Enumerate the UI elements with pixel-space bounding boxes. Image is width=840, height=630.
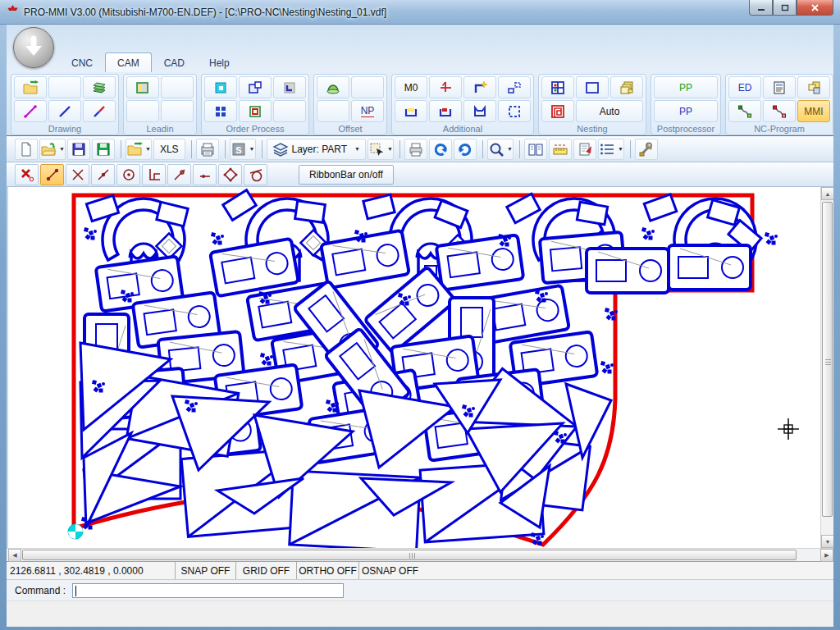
toolbar-separator xyxy=(399,140,400,158)
tab-cnc[interactable]: CNC xyxy=(59,52,105,72)
ribbon-button-nc-editor[interactable]: ED xyxy=(728,76,761,98)
scroll-left-arrow[interactable]: ◀ xyxy=(8,549,21,562)
toolbar-button-snap-tangent[interactable] xyxy=(244,164,267,185)
toolbar-button-tools[interactable] xyxy=(635,139,658,160)
ribbon-button-nest-sheets[interactable] xyxy=(610,76,643,98)
toolbar-button-save[interactable] xyxy=(67,139,90,160)
tab-cam[interactable]: CAM xyxy=(105,52,152,72)
scroll-right-arrow[interactable]: ▶ xyxy=(820,549,833,562)
toolbar-button-new[interactable] xyxy=(15,139,38,160)
toolbar-button-selection-filter[interactable]: ▼ xyxy=(368,139,394,160)
drawing-canvas[interactable] xyxy=(8,187,820,548)
ribbon-button-nest-result[interactable] xyxy=(541,100,574,122)
ribbon-button-order-part[interactable] xyxy=(273,76,306,98)
toolbar-button-snap-midpoint[interactable] xyxy=(91,164,115,185)
ribbon-button-sheets[interactable] xyxy=(83,76,116,98)
ribbon-button-pocket-yellow[interactable] xyxy=(395,100,427,122)
toolbar-button-snap-node[interactable] xyxy=(193,164,217,185)
toolbar-button-snap-quadrant[interactable] xyxy=(218,164,242,185)
ribbon-button-pocket-red[interactable] xyxy=(429,100,462,122)
ribbon-button-mmi[interactable]: MMI xyxy=(797,100,830,122)
maximize-button[interactable] xyxy=(773,0,797,16)
toolbar-button-snap-perpendicular[interactable] xyxy=(142,164,166,185)
vertical-scroll-thumb[interactable] xyxy=(822,202,833,517)
ribbon-button-m0-stop[interactable]: M0 xyxy=(395,76,427,98)
toolbar-button-measure[interactable] xyxy=(549,139,572,160)
ribbon-button-line-magenta[interactable] xyxy=(14,100,47,122)
horizontal-scrollbar[interactable]: ◀ ▶ xyxy=(7,548,833,561)
toolbar-button-save-as[interactable] xyxy=(92,139,115,160)
layers-icon xyxy=(272,141,289,158)
toolbar-button-snap-endpoint[interactable] xyxy=(40,164,64,185)
dropdown-arrow-icon[interactable]: ▼ xyxy=(145,146,151,152)
minimize-button[interactable] xyxy=(749,0,773,16)
toolbar-button-snap-none[interactable] xyxy=(15,164,39,185)
ribbon-button-axis[interactable] xyxy=(429,76,462,98)
tab-help[interactable]: Help xyxy=(197,52,242,72)
close-button[interactable] xyxy=(797,0,833,16)
ribbon-button-line-redblue[interactable] xyxy=(83,100,116,122)
ribbon-button-offset-contour[interactable] xyxy=(317,76,349,98)
ribbon-button-np[interactable]: NP xyxy=(351,100,384,122)
columns-icon xyxy=(527,141,544,158)
command-input[interactable] xyxy=(72,583,344,598)
toolbar-button-open[interactable]: ▼ xyxy=(39,139,66,160)
toolbar-button-redo[interactable] xyxy=(454,139,477,160)
toolbar-button-plot[interactable] xyxy=(196,139,219,160)
ribbon-button-pp-edit[interactable]: PP xyxy=(654,100,718,122)
toolbar-button-xls-export[interactable]: XLS xyxy=(153,139,185,160)
ribbon-button-corner-point[interactable] xyxy=(463,76,496,98)
toolbar-button-snap-intersection[interactable] xyxy=(66,164,89,185)
ribbon-group-postprocessor: PPPPPostprocessor xyxy=(651,74,721,135)
combo-layer-select[interactable]: Layer: PART▼ xyxy=(267,139,367,160)
ribbon-button-nc-export[interactable] xyxy=(797,76,830,98)
ribbon-button-pp-run[interactable]: PP xyxy=(654,76,718,98)
ortho-status[interactable]: ORTHO OFF xyxy=(296,562,358,579)
ribbon-button-nest-rect[interactable] xyxy=(576,76,609,98)
application-menu-button[interactable] xyxy=(13,27,54,68)
osnap-status[interactable]: OSNAP OFF xyxy=(358,562,421,579)
toolbar-button-s-mode[interactable]: S▼ xyxy=(230,139,256,160)
ribbon-button-path-sim-green[interactable] xyxy=(728,100,761,122)
scroll-down-arrow[interactable]: ▼ xyxy=(821,535,833,548)
dropdown-arrow-icon[interactable]: ▼ xyxy=(618,146,623,152)
ribbon-button-order-manual[interactable] xyxy=(239,100,272,122)
toolbar-button-export[interactable]: ▼ xyxy=(126,139,152,160)
ribbonbar-toggle-button[interactable]: RibbonBar on/off xyxy=(299,165,394,185)
toolbar-button-snap-nearest[interactable] xyxy=(167,164,191,185)
vertical-scrollbar[interactable]: ▲ ▼ xyxy=(820,187,833,548)
ribbon-button-auto-nest[interactable]: Auto xyxy=(576,100,643,122)
dropdown-arrow-icon[interactable]: ▼ xyxy=(387,146,393,152)
scroll-up-arrow[interactable]: ▲ xyxy=(821,187,833,200)
coordinates-readout: 2126.6811 , 302.4819 , 0.0000 xyxy=(7,562,175,579)
title-bar[interactable]: PRO-MMI V3.00 (Mitsubishi-M700-EN.DEF) -… xyxy=(0,0,840,25)
ribbon-button-nest-sheet[interactable] xyxy=(541,76,574,98)
toolbar-button-properties[interactable] xyxy=(573,139,596,160)
toolbar-button-undo[interactable] xyxy=(429,139,452,160)
grid-status[interactable]: GRID OFF xyxy=(235,562,296,579)
ribbon-button-nc-doc[interactable] xyxy=(763,76,796,98)
tab-cad[interactable]: CAD xyxy=(152,52,197,72)
ribbon-button-leadin-edit[interactable] xyxy=(126,76,159,98)
ribbon-button-line-blue[interactable] xyxy=(48,100,81,122)
toolbar-button-snap-center[interactable] xyxy=(116,164,140,185)
dropdown-arrow-icon[interactable]: ▼ xyxy=(507,146,513,152)
ribbon-button-pocket-m[interactable] xyxy=(463,100,496,122)
dropdown-arrow-icon[interactable]: ▼ xyxy=(354,146,360,152)
dropdown-arrow-icon[interactable]: ▼ xyxy=(59,146,65,152)
toolbar-button-zoom[interactable]: ▼ xyxy=(487,139,514,160)
toolbar-button-order-list[interactable]: ▼ xyxy=(598,139,624,160)
toolbar-button-columns[interactable] xyxy=(524,139,547,160)
ribbon-button-transform[interactable] xyxy=(498,76,531,98)
ribbon-button-selection-box[interactable] xyxy=(498,100,531,122)
ribbon-button-import-drawing[interactable] xyxy=(14,76,47,98)
ribbon-button-path-sim-red[interactable] xyxy=(763,100,796,122)
snap-status[interactable]: SNAP OFF xyxy=(175,562,235,579)
horizontal-scroll-thumb[interactable] xyxy=(22,550,797,560)
ribbon-button-order-copy[interactable] xyxy=(239,76,272,98)
dropdown-arrow-icon[interactable]: ▼ xyxy=(249,146,255,152)
ribbon-button-order-grid[interactable] xyxy=(204,100,237,122)
toolbar-button-print[interactable] xyxy=(404,139,427,160)
command-bar: Command : xyxy=(7,579,833,600)
ribbon-button-order-auto[interactable] xyxy=(204,76,237,98)
